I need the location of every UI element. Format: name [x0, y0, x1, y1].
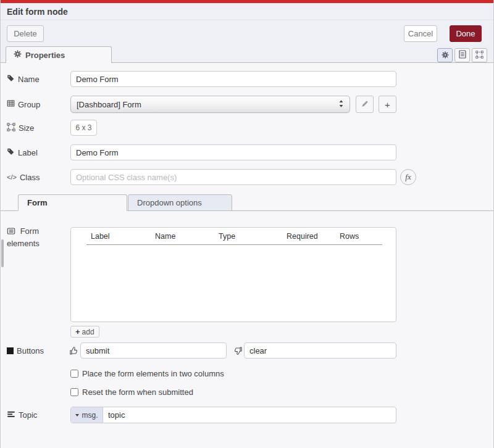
gear-icon	[14, 50, 22, 60]
topic-type-select[interactable]: msg.	[71, 407, 103, 423]
document-icon	[459, 50, 466, 61]
add-group-button[interactable]: +	[379, 96, 396, 113]
buttons-label: Buttons	[7, 342, 44, 359]
pencil-icon	[361, 99, 369, 110]
reset-checkbox[interactable]	[70, 388, 78, 396]
thumbs-up-icon	[69, 346, 78, 358]
tab-form[interactable]: Form	[18, 194, 127, 211]
caret-down-icon	[75, 414, 79, 417]
group-select[interactable]: [Dashboard] Form	[70, 96, 350, 113]
tag-icon	[7, 147, 15, 157]
dialog-toolbar: Delete Cancel Done	[1, 21, 493, 46]
group-label: Group	[7, 96, 40, 113]
code-icon: </>	[7, 173, 17, 181]
object-group-icon	[475, 50, 484, 61]
add-element-button[interactable]: + add	[70, 326, 99, 338]
buttons-row: Buttons	[1, 342, 493, 359]
edit-group-button[interactable]	[356, 96, 374, 113]
properties-icon-button[interactable]	[437, 48, 453, 62]
thumbs-down-icon	[233, 346, 243, 358]
reset-label: Reset the form when submitted	[82, 388, 193, 397]
square-icon	[7, 347, 14, 354]
topic-typed-input: msg.	[70, 407, 396, 423]
form-elements-list: Label Name Type Required Rows	[70, 227, 396, 322]
size-label: Size	[7, 120, 34, 136]
tab-properties[interactable]: Properties	[6, 46, 112, 63]
reset-option: Reset the form when submitted	[70, 387, 193, 397]
list-alt-icon	[7, 226, 20, 236]
tag-icon	[7, 74, 15, 84]
clear-button-input[interactable]	[244, 342, 396, 359]
column-name: Name	[155, 232, 219, 241]
plus-icon: +	[75, 327, 80, 336]
name-input[interactable]	[70, 71, 396, 87]
two-columns-option: Place the form elements in two columns	[70, 368, 224, 378]
dialog-header: Edit form node	[1, 3, 493, 20]
name-row: Name	[1, 71, 493, 87]
done-button[interactable]: Done	[450, 25, 482, 42]
table-icon	[7, 99, 15, 109]
class-label: </> Class	[7, 169, 40, 185]
group-selected-value: [Dashboard] Form	[77, 100, 141, 109]
size-button[interactable]: 6 x 3	[70, 120, 97, 136]
main-tab-bar: Properties	[1, 46, 493, 63]
left-scrollbar-thumb[interactable]	[1, 239, 4, 267]
class-input[interactable]	[70, 169, 396, 185]
size-row: Size 6 x 3	[1, 120, 493, 136]
tab-properties-label: Properties	[25, 51, 65, 60]
group-row: Group [Dashboard] Form +	[1, 96, 493, 113]
dialog-title: Edit form node	[7, 7, 68, 17]
class-row: </> Class fx	[1, 169, 493, 185]
label-input[interactable]	[70, 144, 396, 160]
plus-icon: +	[385, 99, 390, 110]
tasks-icon	[7, 410, 15, 420]
column-rows: Rows	[340, 232, 382, 241]
two-columns-label: Place the form elements in two columns	[82, 369, 224, 378]
gear-icon	[442, 50, 449, 61]
topic-value-input[interactable]	[103, 407, 396, 423]
edit-form-node-dialog: Edit form node Delete Cancel Done Proper…	[0, 0, 494, 448]
topic-row: Topic msg.	[1, 407, 493, 423]
label-label: Label	[7, 144, 38, 160]
two-columns-checkbox[interactable]	[70, 370, 78, 378]
appearance-icon-button[interactable]	[472, 48, 487, 62]
object-group-icon	[7, 123, 15, 133]
select-stepper-icon	[338, 99, 344, 110]
tab-dropdown-options[interactable]: Dropdown options	[128, 194, 232, 211]
topic-label: Topic	[7, 407, 37, 423]
inner-tab-bar: Form Dropdown options	[1, 194, 493, 211]
submit-button-input[interactable]	[80, 342, 227, 359]
column-type: Type	[219, 232, 287, 241]
form-elements-label: Form elements	[7, 225, 54, 250]
delete-button[interactable]: Delete	[7, 25, 44, 42]
name-label: Name	[7, 71, 40, 87]
cancel-button[interactable]: Cancel	[404, 25, 437, 42]
column-label: Label	[91, 232, 155, 241]
topic-type-label: msg.	[82, 411, 98, 420]
column-required: Required	[287, 232, 340, 241]
fx-button[interactable]: fx	[400, 169, 416, 185]
form-elements-header: Label Name Type Required Rows	[86, 228, 382, 245]
description-icon-button[interactable]	[454, 48, 470, 62]
label-row: Label	[1, 144, 493, 160]
form-elements-empty-body	[71, 245, 396, 313]
